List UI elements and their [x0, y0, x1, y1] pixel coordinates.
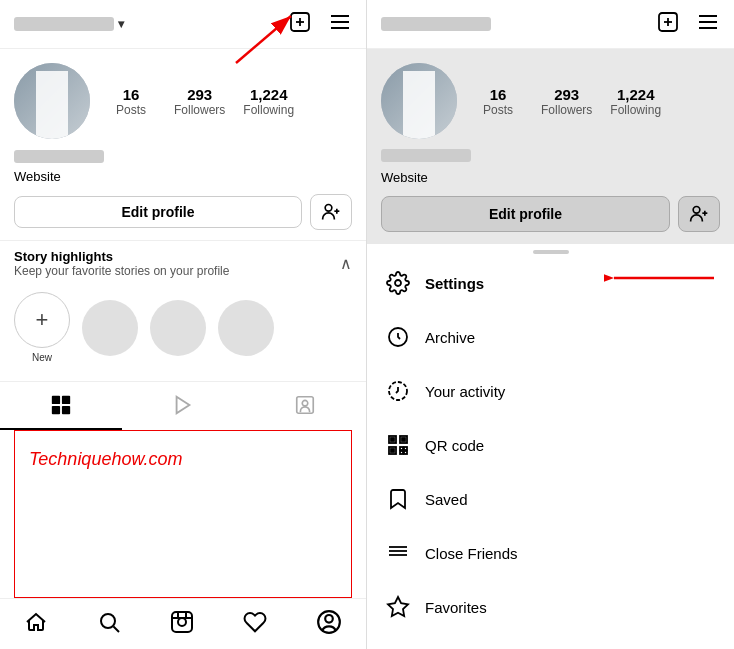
svg-rect-14 [62, 406, 70, 414]
username-row [0, 147, 366, 169]
right-hamburger-button[interactable] [696, 10, 720, 38]
menu-item-your-activity[interactable]: Your activity [367, 364, 734, 418]
home-nav-button[interactable] [24, 610, 48, 640]
right-avatar [381, 63, 457, 139]
right-following-stat: 1,224 Following [610, 86, 661, 117]
right-posts-label: Posts [483, 103, 513, 117]
followers-count: 293 [187, 86, 212, 103]
add-post-button[interactable] [288, 10, 312, 38]
menu-item-archive[interactable]: Archive [367, 310, 734, 364]
right-username-area [367, 147, 734, 168]
right-stats-row: 16 Posts 293 Followers 1,224 Following [473, 86, 661, 117]
story-highlights-title: Story highlights [14, 249, 229, 264]
hamburger-menu-button[interactable] [328, 10, 352, 38]
svg-point-17 [302, 400, 308, 406]
posts-count: 16 [123, 86, 140, 103]
settings-icon [385, 270, 411, 296]
qr-code-icon [385, 432, 411, 458]
favorites-icon [385, 594, 411, 620]
heart-nav-button[interactable] [243, 610, 267, 640]
right-profile-username-blurred [381, 149, 471, 162]
archive-label: Archive [425, 329, 475, 346]
tab-reels[interactable] [122, 382, 244, 430]
svg-rect-13 [52, 406, 60, 414]
edit-profile-button[interactable]: Edit profile [14, 196, 302, 228]
right-panel: 16 Posts 293 Followers 1,224 Following W… [367, 0, 734, 649]
right-followers-stat: 293 Followers [541, 86, 592, 117]
following-label: Following [243, 103, 294, 117]
right-following-label: Following [610, 103, 661, 117]
menu-item-saved[interactable]: Saved [367, 472, 734, 526]
menu-item-covid[interactable]: COVID-19 Information Center [367, 634, 734, 649]
new-highlight[interactable]: + New [14, 292, 70, 363]
svg-rect-12 [62, 396, 70, 404]
following-stat: 1,224 Following [243, 86, 294, 117]
profile-nav-button[interactable] [316, 609, 342, 641]
menu-item-settings[interactable]: Settings [367, 256, 734, 310]
svg-point-36 [395, 280, 401, 286]
header-icons [288, 10, 352, 38]
right-add-person-button[interactable] [678, 196, 720, 232]
svg-point-8 [325, 205, 332, 212]
search-nav-button[interactable] [97, 610, 121, 640]
svg-rect-47 [400, 451, 403, 454]
close-friends-icon [385, 540, 411, 566]
posts-label: Posts [116, 103, 146, 117]
posts-stat: 16 Posts [106, 86, 156, 117]
website-label: Website [14, 169, 61, 184]
followers-label: Followers [174, 103, 225, 117]
menu-item-favorites[interactable]: Favorites [367, 580, 734, 634]
svg-point-18 [101, 614, 115, 628]
right-following-count: 1,224 [617, 86, 655, 103]
favorites-label: Favorites [425, 599, 487, 616]
add-highlight-button[interactable]: + [14, 292, 70, 348]
right-menu-container: Settings Archive [367, 256, 734, 649]
menu-item-qr-code[interactable]: QR code [367, 418, 734, 472]
svg-point-33 [693, 207, 700, 214]
svg-rect-42 [391, 438, 394, 441]
right-website-label: Website [381, 170, 428, 185]
highlight-circle-2 [150, 300, 206, 356]
highlight-circles: + New [14, 282, 352, 373]
reels-nav-button[interactable] [170, 610, 194, 640]
tabs-row [0, 381, 366, 430]
tab-grid[interactable] [0, 382, 122, 430]
edit-profile-row: Edit profile [0, 190, 366, 240]
saved-icon [385, 486, 411, 512]
svg-marker-53 [388, 597, 408, 616]
your-activity-label: Your activity [425, 383, 505, 400]
slide-handle-bar [533, 250, 569, 254]
plus-icon: + [36, 309, 49, 331]
svg-rect-48 [404, 451, 407, 454]
chevron-down-icon: ▾ [118, 17, 124, 31]
your-activity-icon [385, 378, 411, 404]
chevron-up-icon: ∧ [340, 254, 352, 273]
bottom-nav [0, 598, 366, 649]
website-row: Website [0, 169, 366, 190]
svg-marker-15 [177, 397, 190, 414]
right-add-post-button[interactable] [656, 10, 680, 38]
right-website-row: Website [367, 168, 734, 192]
right-edit-profile-button[interactable]: Edit profile [381, 196, 670, 232]
tab-tagged[interactable] [244, 382, 366, 430]
close-friends-label: Close Friends [425, 545, 518, 562]
menu-item-close-friends[interactable]: Close Friends [367, 526, 734, 580]
menu-list: Settings Archive [367, 256, 734, 649]
left-profile-section: 16 Posts 293 Followers 1,224 Following [0, 49, 366, 147]
svg-rect-43 [402, 438, 405, 441]
left-panel: drop_projec... ▾ [0, 0, 367, 649]
right-username-blurred [381, 17, 491, 31]
left-header: drop_projec... ▾ [0, 0, 366, 49]
svg-rect-46 [404, 447, 407, 450]
add-person-button[interactable] [310, 194, 352, 230]
story-highlights: Story highlights Keep your favorite stor… [0, 240, 366, 373]
svg-point-26 [325, 615, 333, 623]
story-highlights-header: Story highlights Keep your favorite stor… [14, 249, 352, 278]
watermark-text: Techniquehow.com [29, 449, 182, 469]
following-count: 1,224 [250, 86, 288, 103]
followers-stat: 293 Followers [174, 86, 225, 117]
svg-rect-45 [400, 447, 403, 450]
username-area: drop_projec... ▾ [14, 17, 124, 31]
story-highlights-subtitle: Keep your favorite stories on your profi… [14, 264, 229, 278]
right-posts-stat: 16 Posts [473, 86, 523, 117]
